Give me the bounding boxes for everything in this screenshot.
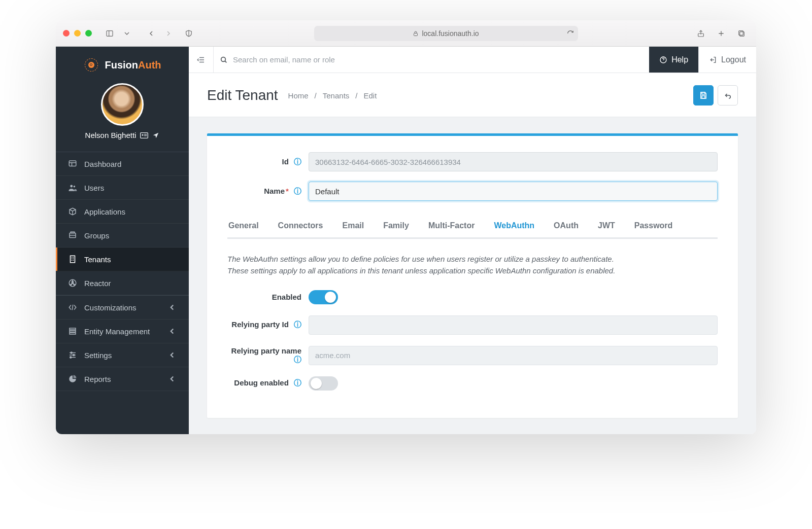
enabled-label: Enabled: [227, 293, 309, 301]
nav-customizations[interactable]: Customizations: [56, 295, 189, 320]
svg-rect-8: [739, 30, 743, 35]
svg-rect-12: [144, 135, 147, 136]
breadcrumb-home[interactable]: Home: [288, 91, 309, 100]
nav-list: Dashboard Users Applications Groups Tena…: [56, 152, 189, 391]
breadcrumb-current: Edit: [364, 91, 377, 100]
brand-logo-icon: [83, 57, 99, 73]
name-input[interactable]: [309, 182, 718, 201]
logout-button[interactable]: Logout: [698, 47, 756, 73]
help-label: Help: [671, 55, 688, 64]
svg-rect-11: [144, 134, 147, 134]
info-icon[interactable]: ⓘ: [294, 378, 301, 387]
help-button[interactable]: Help: [649, 47, 698, 73]
chevron-left-icon: [167, 350, 177, 360]
window-minimize-button[interactable]: [74, 30, 81, 37]
reload-icon[interactable]: [567, 30, 574, 37]
svg-point-16: [70, 185, 73, 188]
debug-label: Debug enabled ⓘ: [227, 378, 309, 388]
tab-oauth[interactable]: OAuth: [553, 216, 580, 237]
nav-label: Groups: [84, 231, 109, 240]
shield-icon[interactable]: [181, 27, 196, 40]
tenant-tabs: GeneralConnectorsEmailFamilyMulti-Factor…: [227, 216, 718, 239]
svg-point-38: [73, 355, 75, 356]
tab-connectors[interactable]: Connectors: [277, 216, 324, 237]
enabled-toggle[interactable]: [309, 290, 338, 304]
sidebar-toggle-icon[interactable]: [102, 27, 117, 40]
tab-general[interactable]: General: [227, 216, 260, 237]
location-arrow-icon[interactable]: [152, 132, 159, 139]
tabs-overview-icon[interactable]: [734, 27, 749, 40]
main: Help Logout Edit Tenant Home/ Tenants/ E…: [189, 47, 756, 434]
svg-point-36: [71, 352, 72, 354]
nav-groups[interactable]: Groups: [56, 224, 189, 248]
nav-entity-management[interactable]: Entity Management: [56, 320, 189, 343]
debug-toggle[interactable]: [309, 376, 338, 391]
profile-block: Nelson Bighetti: [56, 80, 189, 148]
tab-jwt[interactable]: JWT: [597, 216, 616, 237]
chevron-left-icon: [167, 374, 177, 383]
info-icon[interactable]: ⓘ: [294, 320, 301, 329]
url-text: local.fusionauth.io: [422, 29, 479, 38]
nav-forward-button[interactable]: [161, 27, 176, 40]
sidebar: FusionAuth Nelson Bighetti Dashboar: [56, 47, 189, 434]
profile-name: Nelson Bighetti: [85, 131, 137, 139]
tab-password[interactable]: Password: [633, 216, 674, 237]
breadcrumb-tenants[interactable]: Tenants: [323, 91, 350, 100]
nav-label: Settings: [84, 351, 112, 360]
new-tab-icon[interactable]: [714, 27, 729, 40]
nav-label: Reactor: [84, 279, 111, 288]
brand-name: FusionAuth: [105, 59, 161, 71]
nav-tenants[interactable]: Tenants: [56, 248, 189, 271]
page-header: Edit Tenant Home/ Tenants/ Edit: [189, 73, 756, 117]
nav-reports[interactable]: Reports: [56, 367, 189, 391]
svg-rect-50: [702, 96, 705, 98]
relying-party-id-input[interactable]: [309, 315, 718, 335]
share-icon[interactable]: [693, 27, 708, 40]
nav-settings[interactable]: Settings: [56, 343, 189, 367]
svg-point-40: [70, 357, 72, 358]
nav-reactor[interactable]: Reactor: [56, 271, 189, 295]
nav-dashboard[interactable]: Dashboard: [56, 152, 189, 176]
svg-rect-49: [702, 92, 705, 94]
svg-point-10: [142, 134, 144, 135]
logout-label: Logout: [721, 55, 746, 64]
window-close-button[interactable]: [63, 30, 70, 37]
back-button[interactable]: [718, 85, 738, 105]
url-bar[interactable]: local.fusionauth.io: [314, 26, 578, 41]
tab-family[interactable]: Family: [382, 216, 410, 237]
info-icon[interactable]: ⓘ: [294, 157, 301, 166]
name-label: Name* ⓘ: [227, 187, 309, 196]
tab-multi-factor[interactable]: Multi-Factor: [427, 216, 476, 237]
window-maximize-button[interactable]: [85, 30, 92, 37]
nav-users[interactable]: Users: [56, 176, 189, 200]
tab-webauthn[interactable]: WebAuthn: [493, 216, 535, 237]
vcard-icon[interactable]: [140, 132, 148, 138]
nav-label: Users: [84, 184, 104, 192]
nav-label: Customizations: [84, 303, 137, 312]
sidebar-collapse-button[interactable]: [189, 47, 213, 73]
chevron-left-icon: [167, 303, 177, 312]
nav-applications[interactable]: Applications: [56, 200, 189, 224]
relying-party-name-input[interactable]: [309, 346, 718, 365]
tab-email[interactable]: Email: [342, 216, 365, 237]
rp-id-label: Relying party Id ⓘ: [227, 320, 309, 330]
svg-point-17: [74, 186, 76, 188]
info-icon[interactable]: ⓘ: [294, 355, 301, 364]
page-title: Edit Tenant: [207, 87, 278, 103]
svg-rect-32: [70, 328, 76, 330]
svg-rect-34: [70, 333, 76, 334]
nav-label: Reports: [84, 375, 111, 383]
search-icon: [220, 56, 228, 64]
svg-point-44: [221, 57, 226, 61]
nav-label: Applications: [84, 207, 125, 216]
chevron-down-icon[interactable]: [119, 27, 134, 40]
search-input[interactable]: [233, 55, 643, 64]
id-label: Id ⓘ: [227, 157, 309, 167]
save-button[interactable]: [693, 85, 714, 105]
lock-icon: [413, 30, 419, 37]
nav-back-button[interactable]: [144, 27, 159, 40]
svg-rect-13: [69, 161, 76, 166]
tenant-panel: Id ⓘ 30663132-6464-6665-3032-32646661393…: [207, 133, 738, 418]
info-icon[interactable]: ⓘ: [294, 187, 301, 195]
avatar[interactable]: [101, 83, 144, 126]
